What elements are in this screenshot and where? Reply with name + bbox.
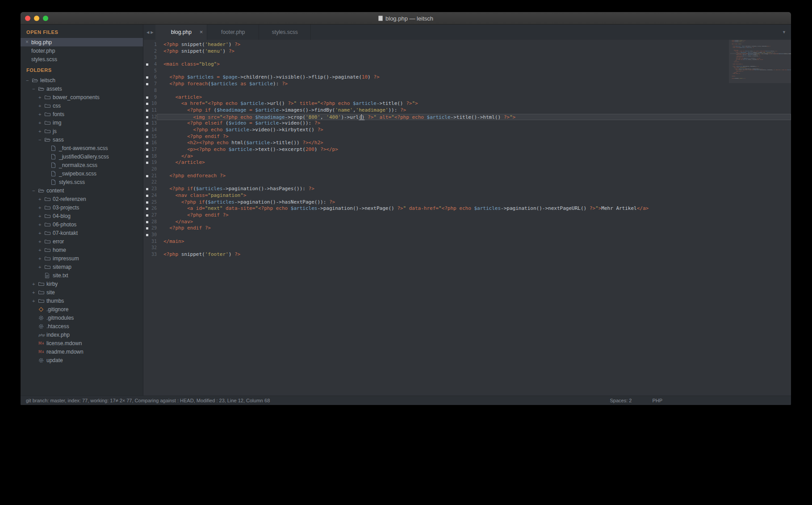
tree-file-update[interactable]: update <box>21 356 143 364</box>
code-line-19[interactable]: 19 </article> <box>143 159 791 166</box>
tree-file-.gitmodules[interactable]: .gitmodules <box>21 313 143 322</box>
tree-folder-03-projects[interactable]: +03-projects <box>21 203 143 212</box>
expand-icon[interactable]: + <box>38 120 45 125</box>
code-line-11[interactable]: 11 <?php if ($headimage = $article->imag… <box>143 107 791 114</box>
code-area[interactable]: 1<?php snippet('header') ?>2<?php snippe… <box>143 42 791 258</box>
code-line-12[interactable]: 12 <img src="<?php echo $headimage->crop… <box>143 114 791 121</box>
tree-file-_swipebox.scss[interactable]: _swipebox.scss <box>21 169 143 178</box>
tree-folder-site[interactable]: +site <box>21 288 143 296</box>
tree-file-site.txt[interactable]: site.txt <box>21 271 143 280</box>
open-file-item-styles.scss[interactable]: styles.scss <box>21 55 143 63</box>
code-line-3[interactable]: 3 <box>143 54 791 61</box>
tree-folder-impressum[interactable]: +impressum <box>21 254 143 263</box>
code-line-14[interactable]: 14 <?php echo $article->video()->kirbyte… <box>143 127 791 134</box>
tree-folder-02-referenzen[interactable]: +02-referenzen <box>21 195 143 203</box>
tree-folder-sitemap[interactable]: +sitemap <box>21 263 143 271</box>
tree-file-_justifiedGallery.scss[interactable]: _justifiedGallery.scss <box>21 152 143 161</box>
code-line-7[interactable]: 7 <?php foreach($articles as $article): … <box>143 81 791 88</box>
collapse-icon[interactable]: − <box>38 137 45 142</box>
tree-folder-content[interactable]: −content <box>21 186 143 195</box>
tree-file-_normalize.scss[interactable]: _normalize.scss <box>21 161 143 169</box>
tree-folder-06-photos[interactable]: +06-photos <box>21 220 143 229</box>
tree-folder-assets[interactable]: −assets <box>21 84 143 93</box>
code-line-20[interactable]: 20 <box>143 166 791 173</box>
tree-folder-fonts[interactable]: +fonts <box>21 110 143 118</box>
expand-icon[interactable]: + <box>38 230 45 236</box>
code-line-5[interactable]: 5 <box>143 68 791 75</box>
tree-folder-kirby[interactable]: +kirby <box>21 280 143 288</box>
code-line-31[interactable]: 31</main> <box>143 238 791 245</box>
expand-icon[interactable]: + <box>38 264 45 270</box>
code-editor[interactable]: 1<?php snippet('header') ?>2<?php snippe… <box>143 40 791 396</box>
code-line-8[interactable]: 8 <box>143 88 791 94</box>
code-line-25[interactable]: 25 <?php if($articles->pagination()->has… <box>143 199 791 206</box>
code-line-26[interactable]: 26 <a id="next" data-site="<?php echo $a… <box>143 205 791 212</box>
next-tab-icon[interactable]: ▶ <box>151 30 153 34</box>
tab-overflow-icon[interactable]: ▼ <box>782 25 786 40</box>
minimap[interactable]: <?php snippet('header') ?><?php snippet(… <box>730 40 790 396</box>
tree-folder-sass[interactable]: −sass <box>21 135 143 144</box>
indent-setting[interactable]: Spaces: 2 <box>610 398 632 403</box>
code-line-10[interactable]: 10 <a href="<?php echo $article->url() ?… <box>143 100 791 107</box>
zoom-window-button[interactable] <box>43 16 48 21</box>
code-line-13[interactable]: 13 <?php elseif ($video = $article->vide… <box>143 120 791 127</box>
code-line-29[interactable]: 29 <?php endif ?> <box>143 225 791 232</box>
close-window-button[interactable] <box>25 16 30 21</box>
close-file-icon[interactable]: × <box>25 38 31 46</box>
tree-file-.htaccess[interactable]: .htaccess <box>21 322 143 330</box>
code-line-32[interactable]: 32 <box>143 245 791 251</box>
prev-tab-icon[interactable]: ◀ <box>146 30 149 34</box>
code-line-16[interactable]: 16 <h2><?php echo html($article->title()… <box>143 140 791 146</box>
code-line-4[interactable]: 4<main class="blog"> <box>143 61 791 68</box>
expand-icon[interactable]: + <box>32 281 38 287</box>
expand-icon[interactable]: + <box>38 256 45 261</box>
code-line-22[interactable]: 22 <box>143 179 791 186</box>
expand-icon[interactable]: + <box>38 129 45 134</box>
tree-file-license.mdown[interactable]: Mlicense.mdown <box>21 339 143 347</box>
collapse-icon[interactable]: − <box>32 86 38 92</box>
titlebar[interactable]: blog.php — leitsch <box>21 12 791 25</box>
code-line-17[interactable]: 17 <p><?php echo $article->text()->excer… <box>143 146 791 153</box>
tree-folder-bower_components[interactable]: +bower_components <box>21 93 143 101</box>
expand-icon[interactable]: + <box>38 103 45 109</box>
tab-footer.php[interactable]: footer.php <box>207 25 259 40</box>
tree-folder-04-blog[interactable]: +04-blog <box>21 212 143 220</box>
tree-folder-js[interactable]: +js <box>21 127 143 135</box>
tab-styles.scss[interactable]: styles.scss <box>259 25 311 40</box>
tree-folder-img[interactable]: +img <box>21 118 143 127</box>
code-line-1[interactable]: 1<?php snippet('header') ?> <box>143 42 791 48</box>
code-line-9[interactable]: 9 <article> <box>143 94 791 101</box>
expand-icon[interactable]: + <box>38 239 45 244</box>
code-line-27[interactable]: 27 <?php endif ?> <box>143 212 791 219</box>
code-line-24[interactable]: 24 <nav class="pagination"> <box>143 192 791 199</box>
tree-folder-error[interactable]: +error <box>21 237 143 246</box>
tree-file-_font-awesome.scss[interactable]: _font-awesome.scss <box>21 144 143 152</box>
code-line-23[interactable]: 23 <?php if($articles->pagination()->has… <box>143 186 791 192</box>
open-file-item-blog.php[interactable]: ×blog.php <box>21 38 143 46</box>
open-file-item-footer.php[interactable]: footer.php <box>21 46 143 55</box>
collapse-icon[interactable]: − <box>32 188 38 193</box>
code-line-21[interactable]: 21 <?php endforeach ?> <box>143 173 791 179</box>
expand-icon[interactable]: + <box>38 112 45 117</box>
expand-icon[interactable]: + <box>38 196 45 202</box>
minimize-window-button[interactable] <box>34 16 39 21</box>
code-line-18[interactable]: 18 </a> <box>143 153 791 160</box>
tree-file-styles.scss[interactable]: styles.scss <box>21 178 143 186</box>
tree-file-readme.mdown[interactable]: Mreadme.mdown <box>21 347 143 356</box>
close-tab-icon[interactable]: × <box>200 25 203 40</box>
tree-folder-leitsch[interactable]: −leitsch <box>21 76 143 84</box>
code-line-2[interactable]: 2<?php snippet('menu') ?> <box>143 48 791 55</box>
code-line-28[interactable]: 28 </nav> <box>143 219 791 225</box>
expand-icon[interactable]: + <box>38 222 45 227</box>
tree-folder-css[interactable]: +css <box>21 101 143 110</box>
syntax-mode[interactable]: PHP <box>652 398 662 403</box>
code-line-33[interactable]: 33<?php snippet('footer') ?> <box>143 251 791 258</box>
tree-folder-thumbs[interactable]: +thumbs <box>21 296 143 305</box>
collapse-icon[interactable]: − <box>26 78 32 83</box>
expand-icon[interactable]: + <box>32 290 38 295</box>
tab-blog.php[interactable]: blog.php× <box>155 25 207 40</box>
expand-icon[interactable]: + <box>38 205 45 210</box>
expand-icon[interactable]: + <box>38 213 45 219</box>
expand-icon[interactable]: + <box>32 298 38 304</box>
tree-file-index.php[interactable]: phpindex.php <box>21 330 143 339</box>
